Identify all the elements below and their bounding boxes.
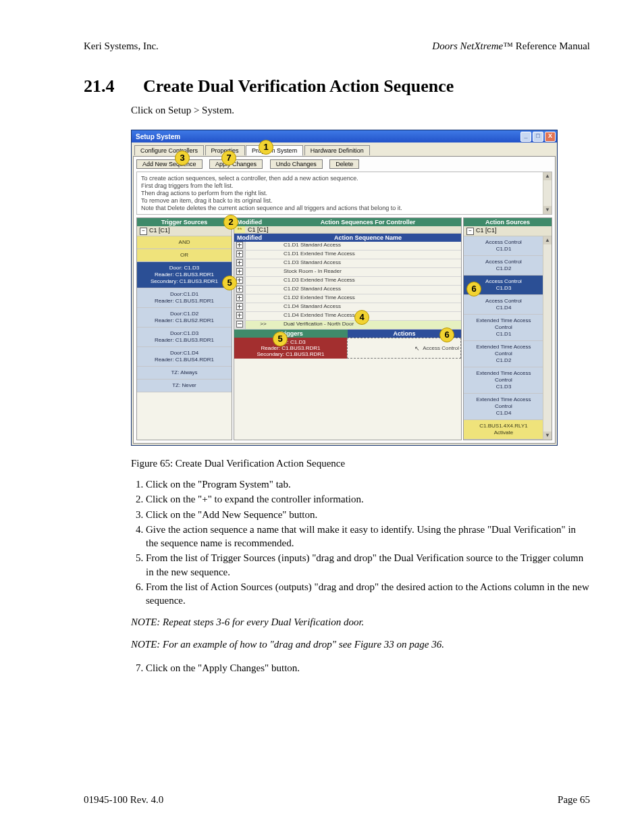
cursor-icon: ↖ (414, 345, 420, 352)
footer-docnum: 01945-100 Rev. 4.0 (84, 794, 163, 806)
figure-caption: Figure 65: Create Dual Verification Acti… (131, 458, 590, 469)
action-tree-root[interactable]: −C1 [C1] (464, 226, 552, 236)
action-source-item[interactable]: Extended Time AccessControlC1.D1 (464, 315, 543, 341)
tab-configure-controllers[interactable]: Configure Controllers (134, 145, 204, 155)
sequence-row[interactable]: >>Dual Verification - North Door (234, 321, 461, 330)
trigger-source-item[interactable]: Door: C1.D3Reader: C1.BUS3.RDR1Secondary… (137, 262, 232, 288)
minimize-button[interactable]: _ (520, 132, 531, 142)
callout-1: 1 (259, 140, 273, 155)
trigger-source-item[interactable]: Door:C1.D1Reader: C1.BUS1.RDR1 (137, 288, 232, 308)
callout-3: 3 (175, 151, 190, 165)
sequence-row[interactable]: C1.D4 Standard Access (234, 303, 461, 312)
triggers-subheader: Triggers (234, 330, 348, 338)
instruction-box: To create action sequences, select a con… (136, 172, 552, 215)
sequences-for-controller-header: Action Sequences For Controller (275, 218, 461, 226)
action-sources-header: Action Sources (464, 218, 552, 226)
instruction-line: First drag triggers from the left list. (141, 182, 547, 190)
close-button[interactable]: X (545, 132, 556, 142)
instruction-line: To remove an item, drag it back to its o… (141, 197, 547, 205)
trigger-source-item[interactable]: Door:C1.D2Reader: C1.BUS2.RDR1 (137, 308, 232, 328)
header-tm: ™ (503, 41, 513, 51)
expand-icon[interactable]: − (140, 228, 147, 235)
instruction-line: To create action sequences, select a con… (141, 175, 547, 182)
tab-hardware-definition[interactable]: Hardware Definition (304, 145, 370, 155)
section-intro: Click on Setup > System. (131, 105, 590, 116)
step-item: Click on the "+" to expand the controlle… (146, 492, 590, 506)
scroll-down-icon[interactable]: ▼ (543, 206, 552, 214)
sequence-row[interactable]: C1.D4 Extended Time Access (234, 312, 461, 321)
modified-header: Modified (234, 218, 275, 226)
step-item: Give the action sequence a name that wil… (146, 523, 590, 550)
sequences-panel: Modified Action Sequences For Controller… (234, 217, 462, 440)
callout-7: 7 (221, 151, 236, 165)
trigger-source-item[interactable]: TZ: Always (137, 367, 232, 380)
action-source-item[interactable]: Access ControlC1.D4 (464, 295, 543, 315)
trigger-drop-cell[interactable]: Door: C1.D3 Reader: C1.BUS3.RDR1 Seconda… (234, 338, 347, 359)
sequence-row[interactable]: Stock Room - In Reader (234, 268, 461, 277)
sequence-row[interactable]: C1.D2 Extended Time Access (234, 294, 461, 303)
trigger-source-item[interactable]: AND (137, 236, 232, 249)
step-item: Click on the "Add New Sequence" button. (146, 508, 590, 521)
callout-4: 4 (354, 310, 369, 325)
step-item: Click on the "Program System" tab. (146, 477, 590, 491)
sequence-row[interactable]: C1.D3 Extended Time Access (234, 277, 461, 286)
sequence-row[interactable]: C1.D1 Standard Access (234, 242, 461, 251)
apply-changes-button[interactable]: Apply Changes (209, 159, 263, 169)
tab-program-system[interactable]: Program System (246, 145, 303, 156)
seq-name-header: Action Sequence Name (275, 234, 461, 242)
callout-6b: 6 (439, 328, 454, 342)
callout-5a: 5 (222, 276, 237, 290)
note-example: NOTE: For an example of how to "drag and… (131, 639, 590, 650)
callout-2: 2 (223, 215, 238, 230)
delete-button[interactable]: Delete (329, 159, 359, 169)
trigger-source-item[interactable]: TZ: Never (137, 380, 232, 392)
step-item: From the list of Action Sources (outputs… (146, 580, 590, 608)
section-number: 21.4 (84, 76, 124, 97)
trigger-source-item[interactable]: Door:C1.D3Reader: C1.BUS3.RDR1 (137, 328, 232, 347)
callout-5b: 5 (273, 332, 288, 346)
trigger-source-item[interactable]: Door:C1.D4Reader: C1.BUS4.RDR1 (137, 347, 232, 367)
trigger-source-item[interactable]: OR (137, 249, 232, 262)
header-company: Keri Systems, Inc. (84, 41, 159, 52)
scrollbar[interactable]: ▲ ▼ (543, 172, 552, 214)
action-source-item[interactable]: Extended Time AccessControlC1.D4 (464, 394, 543, 420)
action-source-item[interactable]: Access ControlC1.D2 (464, 256, 543, 276)
instruction-line: Then drag actions to perform from the ri… (141, 190, 547, 197)
scroll-up-icon[interactable]: ▲ (543, 172, 552, 180)
trigger-sources-panel: Trigger Sources −C1 [C1] ANDORDoor: C1.D… (136, 217, 232, 440)
section-title: Create Dual Verification Action Sequence (143, 76, 454, 97)
action-source-item[interactable]: Access ControlC1.D1 (464, 236, 543, 256)
action-source-item[interactable]: C1.BUS1.4X4.RLY1Activate (464, 420, 543, 440)
footer-page: Page 65 (558, 794, 590, 806)
step-item: From the list of Trigger Sources (inputs… (146, 551, 590, 579)
scroll-up-icon[interactable]: ▲ (543, 236, 552, 244)
header-product: Doors NetXtreme (432, 41, 503, 51)
scroll-down-icon[interactable]: ▼ (543, 432, 552, 440)
trigger-sources-header: Trigger Sources (137, 218, 232, 226)
sequence-row[interactable]: C1.D2 Standard Access (234, 286, 461, 294)
action-sources-panel: Action Sources −C1 [C1] ▲ ▼ Access Contr… (463, 217, 552, 440)
action-source-item[interactable]: Extended Time AccessControlC1.D2 (464, 341, 543, 367)
note-repeat: NOTE: Repeat steps 3-6 for every Dual Ve… (131, 617, 590, 628)
step-item: Click on the "Apply Changes" button. (146, 661, 590, 675)
seq-modified-header: Modified (234, 234, 275, 242)
sequence-row[interactable]: C1.D3 Standard Access (234, 259, 461, 268)
expand-icon[interactable]: − (466, 228, 474, 235)
steps-list-cont: Click on the "Apply Changes" button. (131, 661, 590, 675)
action-source-item[interactable]: Extended Time AccessControlC1.D3 (464, 367, 543, 394)
window-title: Setup System (136, 133, 520, 140)
controller-row[interactable]: C1 [C1] (245, 226, 461, 233)
trigger-tree-root[interactable]: −C1 [C1] (137, 226, 232, 236)
callout-6a: 6 (466, 282, 481, 296)
maximize-button[interactable]: □ (533, 132, 543, 142)
instruction-line: Note that Delete deletes the current act… (141, 205, 547, 212)
add-new-sequence-button[interactable]: Add New Sequence (136, 159, 203, 169)
scrollbar[interactable]: ▲ ▼ (543, 236, 552, 440)
titlebar[interactable]: Setup System _ □ X (132, 130, 557, 142)
undo-changes-button[interactable]: Undo Changes (270, 159, 323, 169)
steps-list: Click on the "Program System" tab.Click … (131, 477, 590, 607)
sequence-row[interactable]: C1.D1 Extended Time Access (234, 251, 461, 259)
header-suffix: Reference Manual (513, 41, 590, 51)
app-window: 1 2 3 4 5 5 6 6 7 Setup System _ □ X Con… (131, 130, 558, 446)
